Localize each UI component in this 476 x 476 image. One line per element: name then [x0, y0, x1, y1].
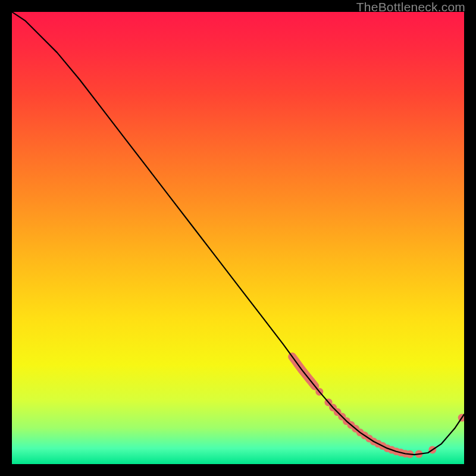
chart-svg [12, 12, 464, 464]
plot-area [12, 12, 464, 464]
chart-frame: TheBottleneck.com [0, 0, 476, 476]
watermark-text: TheBottleneck.com [356, 0, 465, 14]
